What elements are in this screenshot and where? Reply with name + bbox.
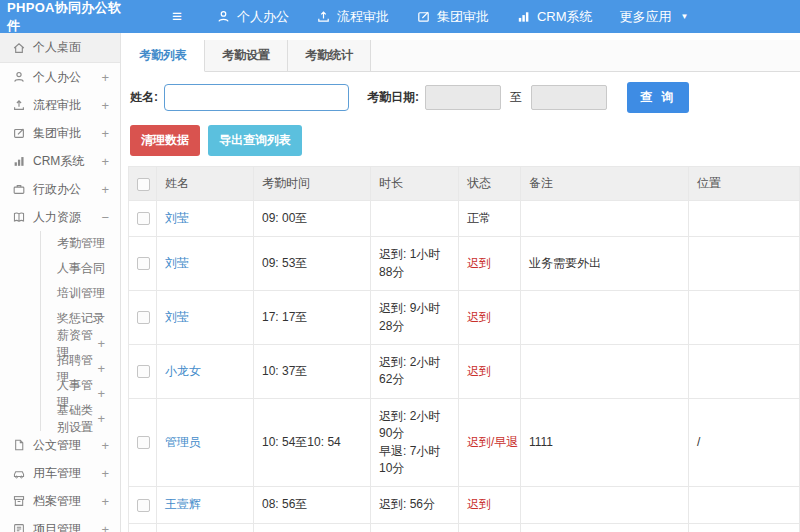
app-logo: PHPOA协同办公软件: [0, 0, 132, 35]
project-icon: [12, 522, 26, 532]
sidebar-item-workflow-approval[interactable]: 流程审批 +: [0, 91, 120, 119]
expand-plus-icon[interactable]: +: [101, 154, 109, 169]
home-icon: [12, 41, 26, 55]
sidebar-subitem-personnel-contract[interactable]: 人事合同: [41, 256, 120, 281]
name-filter-input[interactable]: [164, 84, 349, 111]
status-text: 迟到: [467, 364, 491, 378]
nav-item-label: 个人办公: [237, 8, 289, 26]
sidebar-item-label: 人力资源: [33, 209, 81, 226]
nav-more-apps[interactable]: 更多应用 ▼: [620, 8, 689, 26]
expand-plus-icon[interactable]: +: [101, 98, 109, 113]
chart-icon: [12, 154, 26, 168]
top-bar: PHPOA协同办公软件 ≡ 个人办公 流程审批 集团审批 CRM系统 更多应用 …: [0, 0, 800, 33]
tab-attendance-settings[interactable]: 考勤设置: [205, 40, 288, 71]
hr-submenu: 考勤管理 人事合同 培训管理 奖惩记录 薪资管理 + 招聘管理 + 人事管理 +: [40, 231, 120, 431]
document-icon: [12, 438, 26, 452]
expand-plus-icon[interactable]: +: [101, 466, 109, 481]
table-row: 王壹辉 08: 56至 迟到: 56分 迟到: [129, 487, 800, 523]
status-text: 正常: [467, 211, 491, 225]
row-checkbox[interactable]: [137, 499, 150, 512]
date-from-input[interactable]: [425, 85, 501, 110]
employee-name-link[interactable]: 管理员: [165, 435, 201, 449]
name-filter-label: 姓名:: [130, 89, 158, 106]
expand-plus-icon[interactable]: +: [97, 386, 105, 401]
sidebar-item-archive-management[interactable]: 档案管理 +: [0, 487, 120, 515]
sidebar-item-crm-system[interactable]: CRM系统 +: [0, 147, 120, 175]
note-cell: [521, 523, 689, 532]
col-header-time: 考勤时间: [254, 167, 371, 201]
export-list-button[interactable]: 导出查询列表: [208, 125, 302, 156]
expand-plus-icon[interactable]: +: [101, 438, 109, 453]
caret-down-icon: ▼: [681, 12, 689, 21]
chart-icon: [516, 9, 531, 24]
collapse-minus-icon[interactable]: −: [101, 210, 109, 225]
sidebar-item-label: 集团审批: [33, 125, 81, 142]
nav-item-label: 更多应用: [620, 8, 672, 26]
sidebar-subitem-base-category-settings[interactable]: 基础类别设置 +: [41, 406, 120, 431]
sidebar-item-group-approval[interactable]: 集团审批 +: [0, 119, 120, 147]
nav-group-approval[interactable]: 集团审批: [416, 8, 489, 26]
table-row: 小龙女 10: 37至 迟到: 2小时62分 迟到: [129, 344, 800, 398]
location-cell: [689, 291, 800, 345]
sidebar-item-vehicle-management[interactable]: 用车管理 +: [0, 459, 120, 487]
hamburger-menu-icon[interactable]: ≡: [168, 8, 186, 25]
tab-attendance-statistics[interactable]: 考勤统计: [288, 40, 371, 71]
employee-name-link[interactable]: 王壹辉: [165, 497, 201, 511]
employee-name-link[interactable]: 刘莹: [165, 256, 189, 270]
row-checkbox[interactable]: [137, 212, 150, 225]
sidebar-item-personal-desktop[interactable]: 个人桌面: [0, 33, 120, 63]
expand-plus-icon[interactable]: +: [97, 411, 105, 426]
attendance-time: 10: 37至: [254, 344, 371, 398]
flow-icon: [316, 9, 331, 24]
nav-item-label: CRM系统: [537, 8, 593, 26]
date-to-input[interactable]: [531, 85, 607, 110]
sidebar-item-project-management[interactable]: 项目管理 +: [0, 515, 120, 532]
status-text: 迟到: [467, 310, 491, 324]
tab-attendance-list[interactable]: 考勤列表: [121, 40, 205, 72]
expand-plus-icon[interactable]: +: [101, 494, 109, 509]
date-to-label: 至: [510, 89, 522, 106]
row-checkbox[interactable]: [137, 311, 150, 324]
expand-plus-icon[interactable]: +: [101, 126, 109, 141]
expand-plus-icon[interactable]: +: [97, 336, 105, 351]
attendance-time: 10: 54至10: 54: [254, 398, 371, 487]
note-cell: [521, 344, 689, 398]
expand-plus-icon[interactable]: +: [97, 361, 105, 376]
expand-plus-icon[interactable]: +: [101, 522, 109, 532]
employee-name-link[interactable]: 小龙女: [165, 364, 201, 378]
row-checkbox[interactable]: [137, 257, 150, 270]
employee-name-link[interactable]: 刘莹: [165, 211, 189, 225]
location-cell: /: [689, 398, 800, 487]
employee-name-link[interactable]: 刘莹: [165, 310, 189, 324]
note-cell: 1111: [521, 398, 689, 487]
sidebar-subitem-training-management[interactable]: 培训管理: [41, 281, 120, 306]
nav-workflow-approval[interactable]: 流程审批: [316, 8, 389, 26]
nav-personal-office[interactable]: 个人办公: [216, 8, 289, 26]
person-icon: [12, 70, 26, 84]
expand-plus-icon[interactable]: +: [101, 182, 109, 197]
sidebar-subitem-label: 人事合同: [57, 260, 105, 277]
nav-item-label: 流程审批: [337, 8, 389, 26]
date-filter-label: 考勤日期:: [367, 89, 419, 106]
attendance-time: 17: 17至: [254, 291, 371, 345]
row-checkbox[interactable]: [137, 365, 150, 378]
duration-cell: 迟到: 9小时28分: [371, 291, 459, 345]
select-all-checkbox[interactable]: [137, 178, 150, 191]
location-cell: [689, 487, 800, 523]
sidebar-subitem-attendance-management[interactable]: 考勤管理: [41, 231, 120, 256]
sidebar-item-human-resources[interactable]: 人力资源 −: [0, 203, 120, 231]
sidebar-item-personal-office[interactable]: 个人办公 +: [0, 63, 120, 91]
sidebar-item-admin-office[interactable]: 行政办公 +: [0, 175, 120, 203]
search-button[interactable]: 查 询: [627, 82, 689, 113]
row-checkbox[interactable]: [137, 436, 150, 449]
col-header-location: 位置: [689, 167, 800, 201]
clean-data-button[interactable]: 清理数据: [130, 125, 200, 156]
sidebar-item-label: CRM系统: [33, 153, 84, 170]
sidebar-item-label: 用车管理: [33, 465, 81, 482]
table-row: 刘莹 17: 17至 迟到: 9小时28分 迟到: [129, 291, 800, 345]
tab-bar: 考勤列表 考勤设置 考勤统计: [121, 40, 800, 72]
note-cell: 业务需要外出: [521, 237, 689, 291]
expand-plus-icon[interactable]: +: [101, 70, 109, 85]
attendance-table: 姓名 考勤时间 时长 状态 备注 位置 刘莹 09: 00至 正常 刘莹 09:…: [128, 166, 800, 532]
nav-crm-system[interactable]: CRM系统: [516, 8, 593, 26]
